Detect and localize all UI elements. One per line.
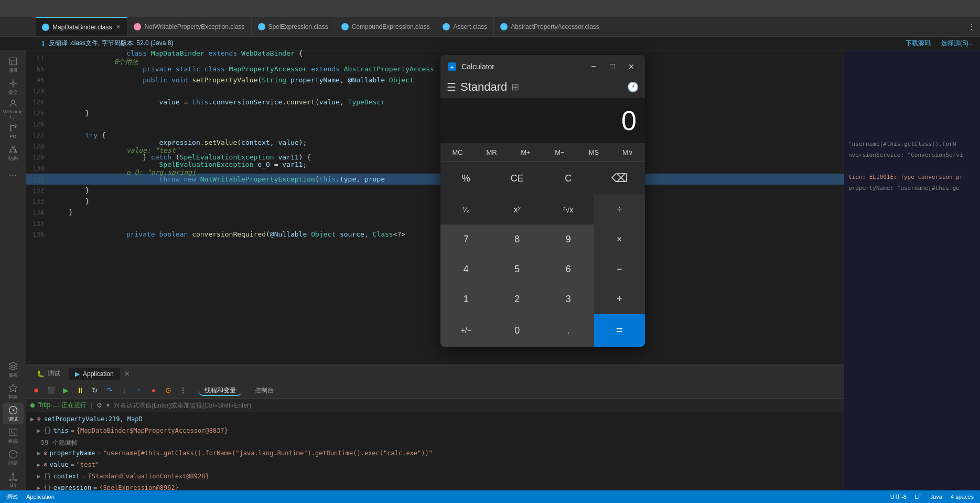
status-encoding[interactable]: UTF-8 xyxy=(890,494,907,500)
calc-close-btn[interactable]: ✕ xyxy=(624,59,639,74)
calc-mc-btn[interactable]: MC xyxy=(440,143,475,162)
calc-div-btn[interactable]: ÷ xyxy=(594,195,645,224)
tab-more[interactable]: ⋮ xyxy=(963,23,980,30)
calc-ms-btn[interactable]: MS xyxy=(577,143,611,162)
debug-row-context[interactable]: ▶ {} context = {StandardEvaluationContex… xyxy=(26,472,844,483)
calc-equals-btn[interactable]: = xyxy=(594,314,645,347)
tab-notwritable[interactable]: NotWritablePropertyException.class xyxy=(127,17,251,37)
sidebar-item-git[interactable]: Git xyxy=(3,469,24,490)
calc-c-btn[interactable]: C xyxy=(543,162,594,195)
calc-sqrt-btn[interactable]: ²√x xyxy=(543,195,594,224)
breakpoint-btn[interactable]: ● xyxy=(148,384,159,396)
sidebar-item-debug[interactable]: 调试 xyxy=(3,403,24,424)
sidebar-item-more[interactable]: ··· xyxy=(3,165,24,186)
sidebar-item-terminal[interactable]: 终端 xyxy=(3,425,24,446)
sidebar-item-structure[interactable]: 结构 xyxy=(3,143,24,164)
sidebar-item-pr[interactable]: PR xyxy=(3,121,24,142)
calc-mode-extra-icon[interactable]: ⊞ xyxy=(511,81,519,93)
frame-arrow[interactable]: ▶ xyxy=(30,415,34,423)
tab-compoundexpression[interactable]: CompoundExpression.class xyxy=(335,17,437,37)
calc-mplus-btn[interactable]: M+ xyxy=(509,143,543,162)
status-line-ending[interactable]: LF xyxy=(915,494,922,500)
calc-display-value: 0 xyxy=(449,104,637,137)
close-icon[interactable]: ✕ xyxy=(116,24,121,30)
calc-mul-btn[interactable]: × xyxy=(594,224,645,254)
calc-maximize-btn[interactable]: □ xyxy=(605,59,620,74)
calc-8-btn[interactable]: 8 xyxy=(492,224,543,254)
calc-recip-btn[interactable]: ¹⁄ₓ xyxy=(440,195,492,224)
tab-assert[interactable]: Assert.class xyxy=(436,17,494,37)
calc-0-btn[interactable]: 0 xyxy=(492,314,543,347)
dropdown-arrow[interactable]: ▾ xyxy=(106,402,110,409)
bottom-tab-application[interactable]: ▶ Application xyxy=(69,368,120,380)
debug-expr-input[interactable] xyxy=(114,402,839,409)
sidebar-item-problems[interactable]: 问题 xyxy=(3,447,24,468)
tab-abstractproperty[interactable]: AbstractPropertyAccessor.class xyxy=(494,17,606,37)
settings-debug-btn[interactable]: ⊙ xyxy=(163,384,174,396)
step-out-btn[interactable]: ↑ xyxy=(133,384,145,396)
status-indent[interactable]: 4 spaces xyxy=(951,494,974,500)
calc-menu-icon[interactable]: ☰ xyxy=(447,81,456,93)
calc-mv-btn[interactable]: M∨ xyxy=(611,143,645,162)
stop-btn[interactable]: ⬛ xyxy=(45,384,57,396)
calc-history-btn[interactable]: 🕐 xyxy=(627,81,639,93)
calc-mr-btn[interactable]: MR xyxy=(475,143,509,162)
sidebar-item-project[interactable]: 项目 xyxy=(3,55,24,76)
bottom-tab-debug[interactable]: 🐛 调试 xyxy=(30,367,67,380)
calc-3-btn[interactable]: 3 xyxy=(543,284,594,314)
calc-add-btn[interactable]: + xyxy=(594,284,645,314)
calc-1-btn[interactable]: 1 xyxy=(440,284,492,314)
calc-button-grid: % CE C ⌫ ¹⁄ₓ x² ²√x ÷ 7 8 9 × 4 5 6 − 1 … xyxy=(440,162,645,347)
calc-6-btn[interactable]: 6 xyxy=(543,254,594,284)
context-arrow[interactable]: ▶ xyxy=(37,473,40,480)
threads-variables-tab[interactable]: 线程和变量 xyxy=(198,386,242,396)
tab-mapdatabinder[interactable]: MapDataBinder.class ✕ xyxy=(36,17,127,37)
debug-row-value[interactable]: ▶ ⊗ value = "test" xyxy=(26,460,844,472)
close-bottom-tab-icon[interactable]: ✕ xyxy=(122,370,132,378)
resume-btn[interactable]: ▶ xyxy=(60,384,71,396)
select-source-link[interactable]: 选择源(S)... xyxy=(941,39,974,48)
calc-percent-btn[interactable]: % xyxy=(440,162,492,195)
debug-row-frame[interactable]: ▶ ⊗ setPropertyValue:219, MapD xyxy=(26,414,844,426)
sidebar-item-commit[interactable]: 提交 xyxy=(3,77,24,98)
refresh-btn[interactable]: ↻ xyxy=(89,384,101,396)
calc-4-btn[interactable]: 4 xyxy=(440,254,492,284)
calc-app-icon: + xyxy=(447,61,457,72)
calc-mminus-btn[interactable]: M− xyxy=(543,143,577,162)
sidebar-item-services[interactable]: 服务 xyxy=(3,359,24,380)
stop-debug-btn[interactable]: ■ xyxy=(30,384,42,396)
propname-arrow[interactable]: ▶ xyxy=(37,450,40,457)
pause-btn[interactable]: ⏸ xyxy=(74,384,86,396)
calc-sub-btn[interactable]: − xyxy=(594,254,645,284)
bottom-panel: 🐛 调试 ▶ Application ✕ ■ ⬛ ▶ ⏸ ↻ ↷ xyxy=(26,365,844,490)
download-source-link[interactable]: 下载源码 xyxy=(906,39,931,48)
calc-sq-btn[interactable]: x² xyxy=(492,195,543,224)
calc-ce-btn[interactable]: CE xyxy=(492,162,543,195)
calc-minimize-btn[interactable]: − xyxy=(586,59,601,74)
debug-row-expression[interactable]: ▶ {} expression = {SpelExpression@8962} xyxy=(26,483,844,490)
sidebar-item-build[interactable]: 构建 xyxy=(3,381,24,402)
debug-row-this[interactable]: ▶ {} this = {MapDataBinder$MapPropertyAc… xyxy=(26,426,844,437)
calc-2-btn[interactable]: 2 xyxy=(492,284,543,314)
status-separator: | xyxy=(91,402,92,409)
console-tab[interactable]: 控制台 xyxy=(249,386,280,395)
sidebar-item-welcome[interactable]: Welcome t... xyxy=(3,99,24,120)
step-into-btn[interactable]: ↓ xyxy=(119,384,130,396)
calc-7-btn[interactable]: 7 xyxy=(440,224,492,254)
code-editor[interactable]: 41 class MapDataBinder extends WebDataBi… xyxy=(26,50,844,365)
step-over-btn[interactable]: ↷ xyxy=(104,384,115,396)
calc-negate-btn[interactable]: +/− xyxy=(440,314,492,347)
calc-backspace-btn[interactable]: ⌫ xyxy=(594,162,645,195)
calc-dot-btn[interactable]: . xyxy=(543,314,594,347)
filter-icon[interactable]: ⚙ xyxy=(96,402,102,409)
calc-5-btn[interactable]: 5 xyxy=(492,254,543,284)
more-debug-btn[interactable]: ⋮ xyxy=(177,384,189,396)
status-language[interactable]: Java xyxy=(930,494,942,500)
gutter-10: nversionService: "ConversionServi xyxy=(848,152,976,163)
value-arrow[interactable]: ▶ xyxy=(37,461,40,468)
expr-arrow[interactable]: ▶ xyxy=(37,484,40,490)
tab-spelexpression[interactable]: SpelExpression.class xyxy=(252,17,335,37)
calc-9-btn[interactable]: 9 xyxy=(543,224,594,254)
this-arrow[interactable]: ▶ xyxy=(37,427,40,434)
debug-row-propname[interactable]: ▶ ⊗ propertyName = "username[#this.getCl… xyxy=(26,448,844,460)
